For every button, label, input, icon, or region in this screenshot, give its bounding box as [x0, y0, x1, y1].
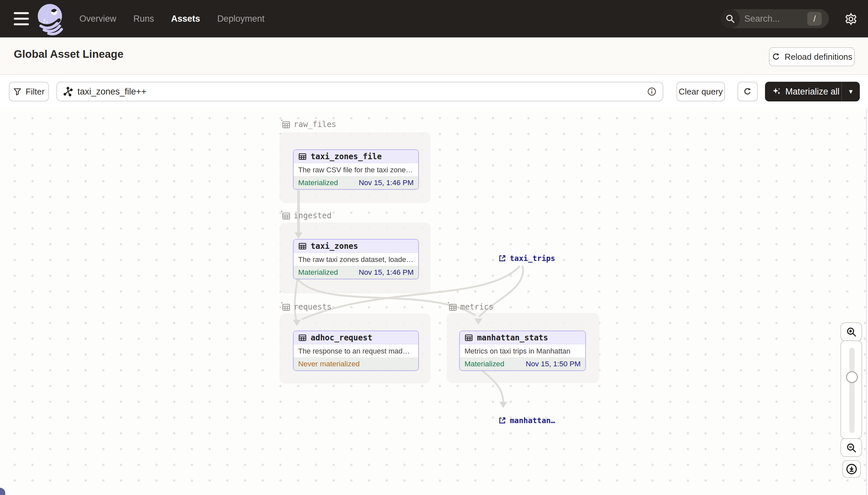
gear-icon[interactable] — [844, 12, 858, 26]
materialize-dropdown-caret[interactable]: ▾ — [842, 82, 860, 101]
group-label-ingested[interactable]: ingested — [281, 211, 332, 221]
table-icon — [298, 334, 307, 342]
status-badge: Never materialized — [298, 360, 360, 368]
materialization-timestamp[interactable]: Nov 15, 1:50 PM — [526, 360, 581, 368]
external-asset-taxi-trips[interactable]: taxi_trips — [498, 254, 555, 262]
asset-name: taxi_zones_file — [311, 152, 382, 161]
stacked-tables-icon — [281, 119, 290, 129]
open-in-new-icon — [498, 416, 507, 425]
lineage-query-icon — [63, 87, 73, 97]
refresh-icon — [743, 87, 752, 96]
refresh-graph-button[interactable] — [738, 82, 758, 101]
asset-node-taxi-zones[interactable]: taxi_zones The raw taxi zones dataset, l… — [293, 239, 419, 279]
nav-item-overview[interactable]: Overview — [79, 14, 117, 24]
nav-item-deployment[interactable]: Deployment — [217, 14, 264, 24]
search-input[interactable] — [744, 14, 800, 24]
table-icon — [298, 152, 307, 161]
funnel-icon — [13, 87, 22, 96]
group-label-raw-files[interactable]: raw_files — [281, 119, 336, 129]
canvas-right-edge — [866, 108, 867, 495]
zoom-slider-handle[interactable] — [846, 371, 858, 383]
asset-description: The raw taxi zones dataset, loaded int..… — [294, 253, 418, 266]
materialization-timestamp[interactable]: Nov 15, 1:46 PM — [358, 178, 414, 187]
page-title: Global Asset Lineage — [14, 48, 123, 61]
search-icon — [721, 9, 740, 28]
nav-item-runs[interactable]: Runs — [134, 14, 154, 24]
page-header: Global Asset Lineage Reload definitions — [0, 37, 868, 75]
zoom-out-button[interactable] — [840, 438, 862, 457]
zoom-in-button[interactable] — [840, 322, 862, 341]
download-image-button[interactable] — [843, 460, 861, 478]
download-icon — [846, 463, 857, 475]
asset-node-taxi-zones-file[interactable]: taxi_zones_file The raw CSV file for the… — [293, 149, 419, 190]
hamburger-menu-icon[interactable] — [14, 12, 29, 25]
materialize-all-button[interactable]: Materialize all ▾ — [765, 82, 860, 101]
asset-node-adhoc-request[interactable]: adhoc_request The response to an request… — [293, 330, 419, 371]
asset-description: The response to an request made in th... — [294, 344, 418, 358]
stacked-tables-icon — [447, 302, 457, 312]
table-icon — [298, 242, 307, 251]
asset-query-box[interactable] — [56, 82, 663, 101]
asset-node-manhattan-stats[interactable]: manhattan_stats Metrics on taxi trips in… — [459, 330, 586, 371]
top-navbar: Overview Runs Assets Deployment / — [0, 0, 868, 37]
asset-name: adhoc_request — [311, 333, 372, 342]
group-label-metrics[interactable]: metrics — [447, 302, 493, 312]
asset-description: Metrics on taxi trips in Manhattan — [460, 344, 585, 358]
sparkle-icon — [772, 87, 781, 97]
info-icon[interactable] — [647, 87, 657, 97]
zoom-in-icon — [846, 326, 857, 338]
zoom-controls — [840, 322, 862, 457]
asset-description: The raw CSV file for the taxi zones dat.… — [294, 163, 418, 176]
dagster-logo-icon[interactable] — [35, 2, 68, 36]
external-asset-manhattan[interactable]: manhattan… — [498, 416, 555, 425]
status-badge: Materialized — [464, 360, 504, 368]
clear-query-button[interactable]: Clear query — [676, 82, 725, 101]
nav-item-assets[interactable]: Assets — [171, 14, 200, 24]
primary-nav: Overview Runs Assets Deployment — [79, 14, 264, 24]
table-icon — [464, 334, 473, 342]
status-badge: Materialized — [298, 178, 338, 187]
status-badge: Materialized — [298, 268, 338, 277]
zoom-slider-track[interactable] — [849, 347, 854, 433]
search-shortcut-badge: / — [807, 12, 822, 25]
zoom-slider[interactable] — [840, 340, 862, 439]
lineage-toolbar: Filter Clear query — [0, 75, 868, 108]
stacked-tables-icon — [281, 211, 290, 221]
lineage-canvas[interactable]: raw_files ingested requests metrics taxi… — [0, 108, 868, 495]
global-search[interactable]: / — [721, 9, 829, 28]
stacked-tables-icon — [281, 302, 290, 312]
asset-query-input[interactable] — [77, 87, 642, 97]
refresh-icon — [772, 52, 781, 62]
asset-name: manhattan_stats — [477, 333, 548, 342]
lineage-edges — [0, 108, 868, 495]
open-in-new-icon — [498, 254, 507, 262]
zoom-out-icon — [846, 442, 857, 453]
materialization-timestamp[interactable]: Nov 15, 1:46 PM — [358, 268, 414, 277]
filter-button[interactable]: Filter — [9, 82, 49, 101]
reload-definitions-button[interactable]: Reload definitions — [769, 47, 855, 66]
group-label-requests[interactable]: requests — [281, 302, 332, 312]
asset-name: taxi_zones — [311, 242, 358, 251]
